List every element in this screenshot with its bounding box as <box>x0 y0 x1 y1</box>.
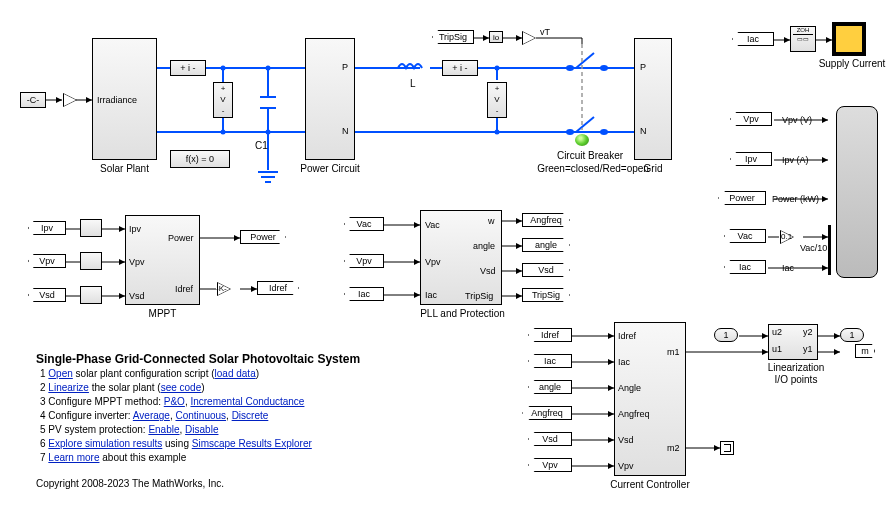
constant-block[interactable]: -C- <box>20 92 46 108</box>
note-link[interactable]: Continuous <box>175 410 226 421</box>
svg-marker-68 <box>516 218 522 224</box>
current-sensor-right[interactable]: + i - <box>442 60 478 76</box>
solar-plant-label: Solar Plant <box>92 163 157 174</box>
rt1[interactable] <box>80 219 102 237</box>
svg-point-94 <box>266 66 271 71</box>
goto-idref[interactable]: Idref <box>257 281 299 295</box>
terminator[interactable] <box>720 441 734 455</box>
note-link[interactable]: Discrete <box>232 410 269 421</box>
scope-label: Supply Current <box>812 58 892 69</box>
note-link[interactable]: Simscape Results Explorer <box>192 438 312 449</box>
voltage-sensor[interactable]: + V - <box>213 82 233 118</box>
port-p2: P <box>640 62 646 72</box>
mux-block[interactable] <box>828 225 831 275</box>
cc-m2: m2 <box>667 443 680 453</box>
mppt-ipv: Ipv <box>129 224 141 234</box>
from-iac-r[interactable]: Iac <box>724 260 766 274</box>
from-angle-cc[interactable]: angle <box>528 380 572 394</box>
mppt-vpv: Vpv <box>129 257 145 267</box>
scope-big[interactable] <box>836 106 878 278</box>
svg-marker-71 <box>516 293 522 299</box>
from-iac-cc[interactable]: Iac <box>528 354 572 368</box>
svg-marker-88 <box>834 349 840 355</box>
gain-k-val: -K- <box>216 284 227 293</box>
cc-vsd: Vsd <box>618 435 634 445</box>
l-label: L <box>410 78 416 89</box>
rt3[interactable] <box>80 286 102 304</box>
svg-line-13 <box>576 117 594 132</box>
goto-power[interactable]: Power <box>240 230 286 244</box>
from-vpv-cc[interactable]: Vpv <box>528 458 572 472</box>
pll-label: PLL and Protection <box>410 308 515 319</box>
svg-marker-76 <box>822 196 828 202</box>
solver-block[interactable]: f(x) = 0 <box>170 150 230 168</box>
svg-marker-63 <box>234 235 240 241</box>
pll-angle: angle <box>473 241 495 251</box>
from-iac-top[interactable]: Iac <box>732 32 774 46</box>
from-vpv-r[interactable]: Vpv <box>730 112 772 126</box>
pll-vac: Vac <box>425 220 440 230</box>
goto-angfreq[interactable]: Angfreq <box>522 213 570 227</box>
from-vac[interactable]: Vac <box>344 217 384 231</box>
note-link[interactable]: Open <box>48 368 72 379</box>
circuit-breaker-label: Circuit Breaker <box>530 150 650 161</box>
lbl-power-kw: Power (kW) <box>772 194 819 204</box>
goto-angle[interactable]: angle <box>522 238 570 252</box>
port-irradiance: Irradiance <box>97 95 137 105</box>
outport-1[interactable]: 1 <box>840 328 864 342</box>
scope-supply-current[interactable] <box>832 22 866 56</box>
breaker-status-icon <box>575 134 589 146</box>
io-block[interactable]: io <box>489 31 503 43</box>
power-circuit-label: Power Circuit <box>290 163 370 174</box>
power-circuit-block[interactable] <box>305 38 355 160</box>
note-link[interactable]: P&O <box>164 396 185 407</box>
note-link[interactable]: see code <box>161 382 202 393</box>
from-vpv[interactable]: Vpv <box>28 254 66 268</box>
pll-vpv: Vpv <box>425 257 441 267</box>
goto-tripsig[interactable]: TripSig <box>522 288 570 302</box>
goto-vsd[interactable]: Vsd <box>522 263 570 277</box>
svg-point-92 <box>221 66 226 71</box>
zoh-text: ZOH <box>797 27 810 33</box>
from-tripsig[interactable]: TripSig <box>432 30 474 44</box>
svg-point-98 <box>566 65 574 71</box>
svg-marker-64 <box>251 286 257 292</box>
from-ipv-r[interactable]: Ipv <box>730 152 772 166</box>
from-angfreq-cc[interactable]: Angfreq <box>522 406 572 420</box>
note-link[interactable]: Explore simulation results <box>48 438 162 449</box>
note-link[interactable]: Enable <box>148 424 179 435</box>
note-link[interactable]: Disable <box>185 424 218 435</box>
from-power-r[interactable]: Power <box>718 191 766 205</box>
mppt-label: MPPT <box>125 308 200 319</box>
note-link[interactable]: Learn more <box>48 452 99 463</box>
current-sensor-top[interactable]: + i - <box>170 60 206 76</box>
goto-m[interactable]: m <box>855 344 875 358</box>
from-idref-cc[interactable]: Idref <box>528 328 572 342</box>
svg-point-95 <box>266 130 271 135</box>
cc-idref: Idref <box>618 331 636 341</box>
voltage-sensor-right[interactable]: + V - <box>487 82 507 118</box>
cc-angfreq: Angfreq <box>618 409 650 419</box>
from-ipv[interactable]: Ipv <box>28 221 66 235</box>
from-vpv2[interactable]: Vpv <box>344 254 384 268</box>
gain-vac-val: 0.1 <box>781 232 792 241</box>
grid-block[interactable] <box>634 38 672 160</box>
zoh-block[interactable]: ZOH▭▭ <box>790 26 816 52</box>
from-iac[interactable]: Iac <box>344 287 384 301</box>
svg-point-99 <box>566 129 574 135</box>
note-link[interactable]: Average <box>133 410 170 421</box>
from-vsd-cc[interactable]: Vsd <box>528 432 572 446</box>
rt2[interactable] <box>80 252 102 270</box>
cc-vpv: Vpv <box>618 461 634 471</box>
svg-marker-75 <box>822 157 828 163</box>
inport-1[interactable]: 1 <box>714 328 738 342</box>
port-p1: P <box>342 62 348 72</box>
note-link[interactable]: Incremental Conductance <box>190 396 304 407</box>
note-link[interactable]: Linearize <box>48 382 89 393</box>
gain-vt[interactable] <box>522 31 536 45</box>
from-vac-r[interactable]: Vac <box>724 229 766 243</box>
mppt-power: Power <box>168 233 194 243</box>
linio-label: I/O points <box>756 374 836 385</box>
note-link[interactable]: load data <box>215 368 256 379</box>
from-vsd[interactable]: Vsd <box>28 288 66 302</box>
